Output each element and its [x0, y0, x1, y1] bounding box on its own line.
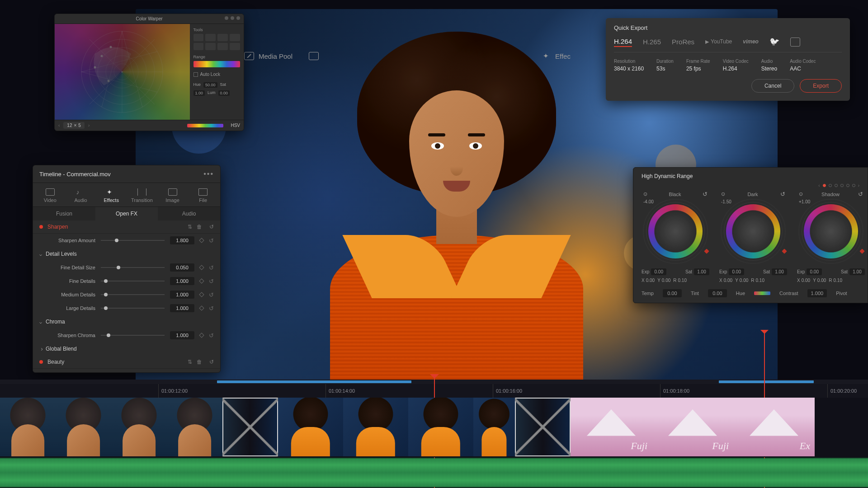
tab-audio[interactable]: Audio	[66, 187, 96, 206]
clip-thumb[interactable]: Fuji	[652, 398, 733, 456]
reorder-icon[interactable]: ⇅	[188, 359, 192, 365]
clip-thumb[interactable]	[343, 398, 408, 456]
nav-dot[interactable]	[823, 184, 826, 187]
clip-segment[interactable]	[217, 380, 411, 383]
panel-menu-icon[interactable]: •••	[203, 170, 214, 178]
section-chroma[interactable]: Chroma	[33, 315, 220, 328]
y-value[interactable]: 0.00	[740, 278, 748, 283]
warper-mesh[interactable]	[77, 27, 167, 117]
color-warper-plot[interactable]	[55, 24, 190, 120]
color-wheel[interactable]	[804, 204, 858, 258]
section-detail-levels[interactable]: Detail Levels	[33, 247, 220, 261]
warper-tool[interactable]	[205, 43, 216, 50]
r-value[interactable]: 0.10	[678, 278, 687, 283]
nav-dot[interactable]	[835, 184, 838, 187]
temp-value[interactable]: 0.00	[663, 289, 682, 297]
clip-thumb[interactable]: Ex	[733, 398, 815, 456]
transition-thumb[interactable]	[515, 398, 571, 456]
expand-icon[interactable]: ⊙	[643, 191, 647, 197]
reset-icon[interactable]: ↺	[858, 191, 863, 197]
transition-thumb[interactable]	[222, 398, 278, 456]
tint-value[interactable]: 0.00	[708, 289, 727, 297]
slider[interactable]	[101, 335, 165, 336]
clip-thumb[interactable]	[408, 398, 473, 456]
reset-icon[interactable]: ↺	[209, 359, 214, 365]
chevron-left-icon[interactable]: ‹	[818, 183, 820, 188]
nav-dot[interactable]	[846, 184, 849, 187]
clip-thumb[interactable]	[0, 398, 56, 456]
preset-twitter[interactable]	[769, 37, 779, 47]
auto-lock-checkbox[interactable]: Auto Lock	[193, 72, 240, 77]
x-value[interactable]: 0.00	[724, 278, 732, 283]
nav-dot[interactable]	[852, 184, 855, 187]
effects-toggle[interactable]: Effec	[543, 52, 571, 60]
reset-icon[interactable]: ↺	[209, 264, 214, 271]
section-global-blend[interactable]: Global Blend	[33, 342, 220, 356]
footer-hue-bar[interactable]	[187, 124, 223, 127]
nav-dot[interactable]	[840, 184, 844, 187]
value-input[interactable]: 0.050	[170, 263, 194, 272]
exp-value[interactable]: 0.00	[807, 268, 822, 275]
reset-icon[interactable]: ↺	[209, 305, 214, 312]
sync-bin-toggle[interactable]	[309, 52, 319, 60]
warper-tool[interactable]	[193, 43, 204, 50]
reset-icon[interactable]: ↺	[209, 224, 214, 230]
lum-value[interactable]: 0.00	[218, 90, 230, 96]
clip-thumb[interactable]	[278, 398, 343, 456]
clip-thumb[interactable]	[111, 398, 167, 456]
value-input[interactable]: 1.000	[170, 277, 194, 285]
y-value[interactable]: 0.00	[817, 278, 826, 283]
tab-effects[interactable]: Effects	[96, 187, 127, 206]
subtab-openfx[interactable]: Open FX	[95, 207, 158, 221]
clip-thumb[interactable]	[473, 398, 515, 456]
nav-dot[interactable]	[829, 184, 832, 187]
reset-icon[interactable]: ↺	[209, 278, 214, 285]
trash-icon[interactable]: 🗑	[197, 224, 202, 230]
timeline-ruler[interactable]: 01:00:12:00 01:00:14:00 01:00:16:00 01:0…	[0, 384, 868, 398]
clip-thumb[interactable]: Fuji	[571, 398, 652, 456]
chevron-right-icon[interactable]: ›	[88, 123, 90, 128]
warper-tool[interactable]	[205, 34, 216, 41]
sat-value[interactable]: 1.00	[193, 90, 205, 96]
preset-vimeo[interactable]: vimeo	[743, 38, 759, 46]
reset-icon[interactable]: ↺	[209, 291, 214, 298]
tab-transition[interactable]: Transition	[127, 187, 157, 206]
preset-youtube[interactable]: YouTube	[705, 38, 732, 46]
reset-icon[interactable]: ↺	[780, 191, 785, 197]
hue-value[interactable]: 50.00	[203, 82, 217, 88]
minimize-button[interactable]	[225, 16, 228, 20]
value-input[interactable]: 1.000	[170, 304, 194, 312]
chevron-right-icon[interactable]: ›	[858, 183, 859, 188]
warper-tool[interactable]	[230, 43, 240, 50]
exp-value[interactable]: 0.00	[729, 268, 744, 275]
keyframe-icon[interactable]	[199, 265, 204, 270]
panel-titlebar[interactable]: Color Warper	[55, 14, 244, 24]
video-track[interactable]: Fuji Fuji Ex	[0, 398, 868, 457]
effect-row-beauty[interactable]: Beauty ⇅🗑↺	[33, 356, 220, 369]
subtab-audio[interactable]: Audio	[158, 207, 220, 221]
effect-row-sharpen[interactable]: Sharpen ⇅🗑↺	[33, 221, 220, 234]
x-value[interactable]: 0.00	[646, 278, 655, 283]
warper-tool[interactable]	[217, 43, 228, 50]
preset-h265[interactable]: H.265	[643, 38, 661, 47]
media-pool-toggle[interactable]: Media Pool	[244, 52, 292, 60]
preset-prores[interactable]: ProRes	[672, 38, 694, 47]
slider[interactable]	[101, 308, 165, 309]
sat-value[interactable]: 1.00	[772, 268, 787, 275]
preset-h264[interactable]: H.264	[614, 38, 632, 47]
keyframe-icon[interactable]	[199, 278, 204, 283]
slider[interactable]	[101, 267, 165, 268]
slider[interactable]	[101, 294, 165, 295]
contrast-value[interactable]: 1.000	[807, 289, 827, 297]
sat-value[interactable]: 1.00	[849, 268, 865, 275]
enable-dot[interactable]	[39, 225, 43, 229]
expand-icon[interactable]: ⊙	[799, 191, 803, 197]
enable-dot[interactable]	[39, 360, 43, 364]
hue-bar[interactable]	[754, 291, 770, 295]
chevron-left-icon[interactable]: ‹	[58, 123, 60, 128]
trash-icon[interactable]: 🗑	[197, 359, 202, 365]
reset-icon[interactable]: ↺	[209, 237, 214, 244]
keyframe-icon[interactable]	[199, 292, 204, 297]
warper-tool[interactable]	[217, 34, 228, 41]
color-wheel[interactable]	[648, 204, 703, 258]
